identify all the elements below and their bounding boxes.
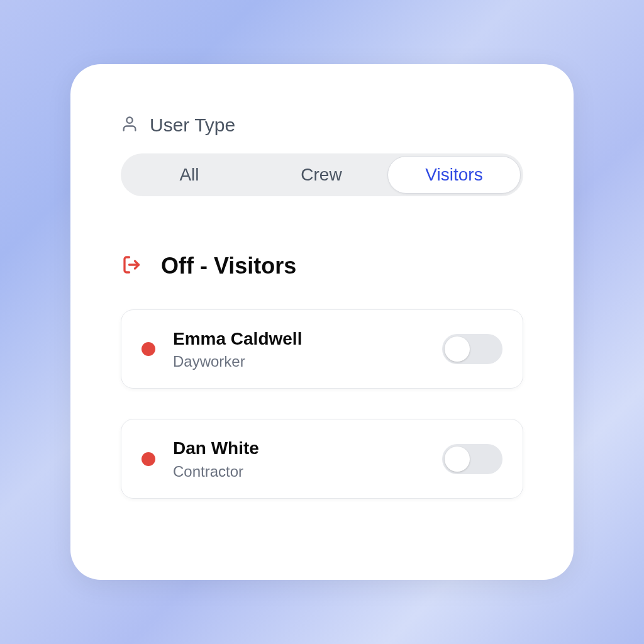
tab-crew[interactable]: Crew <box>255 156 387 194</box>
tab-all[interactable]: All <box>123 156 255 194</box>
user-icon <box>121 115 138 135</box>
segmented-control: All Crew Visitors <box>121 153 523 196</box>
list-item: Emma Caldwell Dayworker <box>121 309 523 389</box>
visitor-list: Emma Caldwell Dayworker Dan White Contra… <box>121 309 523 499</box>
tab-label: All <box>179 165 199 185</box>
logout-icon <box>121 253 143 279</box>
toggle-knob-icon <box>445 447 470 472</box>
presence-toggle[interactable] <box>442 334 502 364</box>
list-item: Dan White Contractor <box>121 419 523 498</box>
person-name: Dan White <box>173 437 442 460</box>
list-title: Off - Visitors <box>161 253 296 279</box>
section-title: User Type <box>150 114 235 136</box>
status-dot-icon <box>142 452 155 466</box>
tab-label: Crew <box>301 165 341 185</box>
toggle-knob-icon <box>445 336 470 362</box>
presence-toggle[interactable] <box>442 444 502 474</box>
card-panel: User Type All Crew Visitors Off - Visito… <box>70 64 574 580</box>
person-role: Dayworker <box>173 353 442 370</box>
person-role: Contractor <box>173 463 442 480</box>
person-info: Emma Caldwell Dayworker <box>173 328 442 370</box>
svg-point-0 <box>126 118 132 123</box>
tab-label: Visitors <box>425 165 482 185</box>
list-header: Off - Visitors <box>121 253 523 279</box>
person-info: Dan White Contractor <box>173 437 442 480</box>
tab-visitors[interactable]: Visitors <box>387 156 521 194</box>
section-header: User Type <box>121 114 523 136</box>
person-name: Emma Caldwell <box>173 328 442 350</box>
status-dot-icon <box>142 342 155 356</box>
